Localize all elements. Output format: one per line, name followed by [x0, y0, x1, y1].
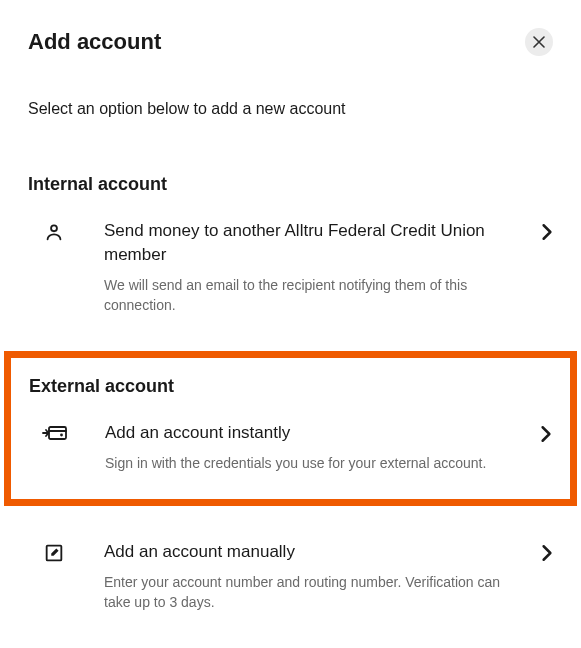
- svg-point-0: [51, 225, 57, 231]
- option-manual[interactable]: Add an account manually Enter your accou…: [28, 536, 553, 616]
- external-heading: External account: [29, 376, 552, 397]
- option-manual-desc: Enter your account number and routing nu…: [104, 572, 501, 613]
- page-title: Add account: [28, 29, 161, 55]
- svg-rect-1: [49, 427, 66, 439]
- close-button[interactable]: [525, 28, 553, 56]
- modal-header: Add account: [28, 28, 553, 56]
- chevron-right-icon: [525, 540, 553, 562]
- option-manual-title: Add an account manually: [104, 540, 501, 564]
- subtitle-text: Select an option below to add a new acco…: [28, 100, 553, 118]
- option-instant-body: Add an account instantly Sign in with th…: [105, 421, 500, 473]
- option-instant[interactable]: Add an account instantly Sign in with th…: [29, 417, 552, 477]
- svg-point-3: [60, 434, 63, 437]
- option-internal[interactable]: Send money to another Alltru Federal Cre…: [28, 215, 553, 319]
- card-transfer-icon: [29, 421, 81, 443]
- edit-note-icon: [28, 540, 80, 564]
- close-icon: [533, 36, 545, 48]
- chevron-right-icon: [524, 421, 552, 443]
- option-internal-title: Send money to another Alltru Federal Cre…: [104, 219, 501, 267]
- person-icon: [28, 219, 80, 243]
- option-instant-desc: Sign in with the credentials you use for…: [105, 453, 500, 473]
- external-highlight-box: External account Add an account instantl…: [4, 351, 577, 506]
- chevron-right-icon: [525, 219, 553, 241]
- option-manual-body: Add an account manually Enter your accou…: [104, 540, 501, 612]
- option-internal-body: Send money to another Alltru Federal Cre…: [104, 219, 501, 315]
- option-internal-desc: We will send an email to the recipient n…: [104, 275, 501, 316]
- internal-section: Internal account Send money to another A…: [28, 174, 553, 319]
- internal-heading: Internal account: [28, 174, 553, 195]
- option-instant-title: Add an account instantly: [105, 421, 500, 445]
